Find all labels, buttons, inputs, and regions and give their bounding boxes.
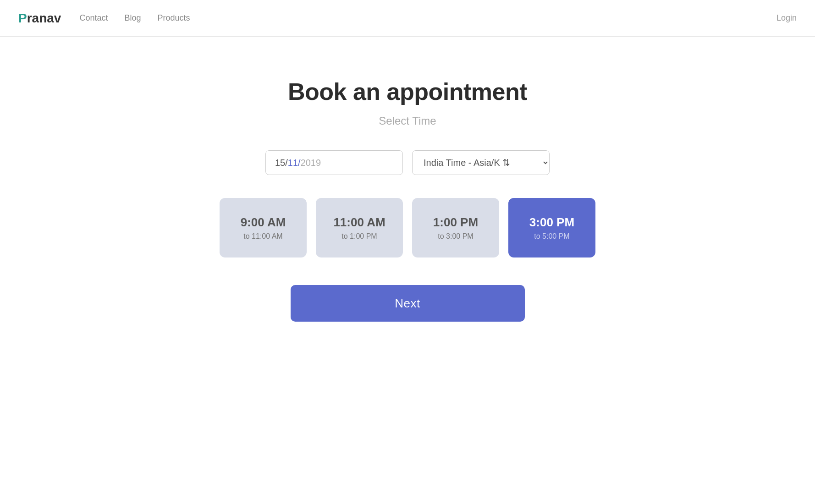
timezone-select[interactable]: India Time - Asia/K ⇅ UTC US Eastern - A… — [412, 150, 550, 175]
slot-3-end: to 3:00 PM — [438, 232, 473, 241]
time-slot-1[interactable]: 9:00 AM to 11:00 AM — [220, 198, 307, 257]
nav-link-blog[interactable]: Blog — [124, 13, 141, 22]
date-month: 11/ — [288, 158, 301, 168]
slot-3-start: 1:00 PM — [433, 215, 478, 230]
slot-1-start: 9:00 AM — [241, 215, 286, 230]
login-button[interactable]: Login — [776, 13, 797, 23]
controls-row: 15/11/2019 India Time - Asia/K ⇅ UTC US … — [265, 150, 550, 175]
navbar: Pranav Contact Blog Products Login — [0, 0, 815, 37]
time-slot-2[interactable]: 11:00 AM to 1:00 PM — [316, 198, 403, 257]
time-slots-row: 9:00 AM to 11:00 AM 11:00 AM to 1:00 PM … — [220, 198, 595, 257]
logo[interactable]: Pranav — [18, 11, 61, 26]
nav-link-contact[interactable]: Contact — [79, 13, 108, 22]
slot-4-start: 3:00 PM — [529, 215, 574, 230]
nav-item-products[interactable]: Products — [157, 13, 190, 23]
nav-item-contact[interactable]: Contact — [79, 13, 108, 23]
nav-item-blog[interactable]: Blog — [124, 13, 141, 23]
slot-4-end: to 5:00 PM — [534, 232, 569, 241]
nav-link-products[interactable]: Products — [157, 13, 190, 22]
nav-links: Contact Blog Products — [79, 13, 190, 23]
time-slot-3[interactable]: 1:00 PM to 3:00 PM — [412, 198, 499, 257]
date-year: 2019 — [301, 158, 321, 168]
logo-p-letter: P — [18, 11, 27, 25]
slot-2-end: to 1:00 PM — [341, 232, 377, 241]
next-button[interactable]: Next — [291, 285, 525, 322]
date-day: 15/ — [275, 158, 288, 168]
slot-2-start: 11:00 AM — [333, 215, 385, 230]
date-field[interactable]: 15/11/2019 — [265, 150, 403, 175]
logo-text: ranav — [27, 11, 61, 25]
slot-1-end: to 11:00 AM — [243, 232, 282, 241]
page-subtitle: Select Time — [379, 115, 436, 127]
page-title: Book an appointment — [288, 78, 527, 105]
time-slot-4[interactable]: 3:00 PM to 5:00 PM — [508, 198, 595, 257]
main-content: Book an appointment Select Time 15/11/20… — [0, 37, 815, 322]
